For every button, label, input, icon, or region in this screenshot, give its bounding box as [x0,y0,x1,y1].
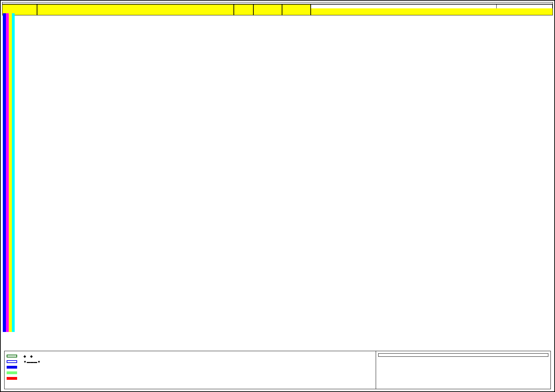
outline-stripes [3,13,15,332]
timeline-header [311,4,553,15]
col-start [253,4,282,15]
contract-title [2,2,310,4]
legend: ◆ ◆ ▼▬▬▬▼ [4,351,551,389]
col-finish [282,4,311,15]
year-2013 [311,5,497,8]
col-activity-name [37,4,234,15]
project-title [310,2,553,4]
year-2014 [497,5,553,8]
column-headers [2,4,553,15]
col-duration [234,4,253,15]
